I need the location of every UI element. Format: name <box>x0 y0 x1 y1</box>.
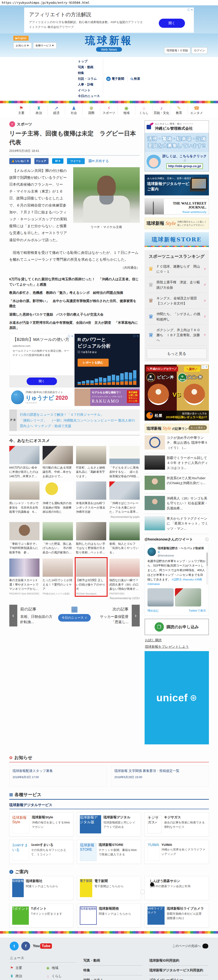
ad-rakuamo[interactable]: モデルをお得な価格で！ スマイルキャスティングサービス RAKUAMO 新店舗様… <box>74 388 140 406</box>
recommend-card[interactable]: 【猶予は3日間】正しい日焼け後ケアのやり方 PR(Glam Beautique) <box>76 558 106 595</box>
recommend-card[interactable]: 「子どもをダシに基地反対するな」 緑ヶ丘保育園父母会のFB投… <box>109 446 140 479</box>
today-news-button[interactable]: 今日のニュース ∨ <box>58 614 91 622</box>
nav-item[interactable]: トップ <box>75 59 103 64</box>
category-link[interactable]: ↗ 経済 <box>48 105 65 115</box>
facebook-like-button[interactable]: ☝ いいね！ 0 <box>9 158 31 164</box>
footer-category-link[interactable]: ◉地域 <box>46 964 76 972</box>
recommend-card[interactable]: 強烈な口臭が一瞬で？武田久美子（50）の口臭ない理由が簡単す… PR(FREPU… <box>109 558 140 595</box>
ranking-item[interactable]: ♛ 4 仲間たち、「シゲさん」の挑戦後押し ⚡ <box>147 309 207 325</box>
pr-link[interactable]: 行政の課題をニュースで解決！「４７行政ジャーナル」 <box>20 412 137 417</box>
wsj-banner[interactable]: THE WALL STREET JOURNAL. Read ambitiousl… <box>145 199 209 215</box>
trial-subscription-link[interactable]: お試し購読 <box>145 638 209 643</box>
subscribe-button[interactable]: ❐ 購読のお申し込み <box>145 619 209 635</box>
service-card[interactable]: YUIMA YUIMA 沖縄から世界を拓くクラウドファンディング <box>145 840 209 864</box>
mail-share-button[interactable]: ☰✉ 共有する <box>88 159 109 163</box>
footer-category-link[interactable]: ♜政治 <box>10 972 40 980</box>
category-link[interactable]: ✎ 教育 <box>170 105 188 115</box>
footer-link[interactable]: 写真・動画 <box>83 956 142 966</box>
recommend-card[interactable]: 米海兵隊員をはね軽ワンボックスカーが逃走 沖縄市古謝 <box>76 482 106 514</box>
recommend-card[interactable]: 640万円の支払い命令に米側が提示したのは146万円…米軍タク… <box>9 446 40 479</box>
facebook-share-button[interactable]: f シェア <box>35 158 49 164</box>
category-link[interactable]: ⌂ くらし <box>135 105 153 115</box>
view-on-twitter-link[interactable]: Twitterで表示 <box>189 609 206 613</box>
related-link[interactable]: 6万円を貸してくれた親切な男性は埼玉県の医師だった！ 「沖縄の人は正直者。信じて… <box>9 277 140 287</box>
nav-item[interactable]: 今日のニュース <box>75 93 103 99</box>
category-link[interactable]: ☎ エンタメ <box>188 105 205 115</box>
top-ad[interactable]: ⓘ ✕ アフィリエイトの方法解説 アフィリエイトのやり方を徹底解説。初心者の成果… <box>24 8 194 33</box>
ad-info-close-icon[interactable]: ⓘ ✕ <box>68 334 73 338</box>
related-link[interactable]: 退職した恩師をバスケで激励 バスケ部の教え子らが交流大会 <box>9 312 140 317</box>
prev-article-link[interactable]: 首相、日朝会談の方針転換... <box>21 614 54 625</box>
prev-arrow[interactable]: ‹ <box>9 605 17 627</box>
category-link[interactable]: ⊕ 国際 <box>83 105 100 115</box>
tweet-button[interactable]: ツイート <box>67 158 85 164</box>
obk-url[interactable]: http://obk-group.co.jp/ <box>166 163 203 169</box>
nav-item[interactable]: 写真・動画 <box>75 64 103 70</box>
ranking-item[interactable]: ♛ 3 キングス、金城茂之が退団【コメント全文付】 ⚡ <box>147 293 207 309</box>
footer-category-link[interactable]: ⌂くらし <box>46 972 76 980</box>
ranking-item[interactable]: ♛ 1 ＦＣ琉球、連勝ならず 岡山に０－１ ⚡ <box>147 261 207 277</box>
nav-epaper[interactable]: ▤電子新聞 <box>103 76 128 82</box>
article-photo[interactable] <box>73 167 140 223</box>
ranking-item[interactable]: ♛ 2 県陸上選手権 津波、走り幅跳び大会新 ⚡ <box>147 277 207 293</box>
ad-report-button[interactable]: レポートを読む <box>77 359 109 367</box>
service-card[interactable]: 1coinすまいる 1coinすまいる その気持ちをギフトにかえて、１コイン！ <box>9 840 73 864</box>
service-card[interactable]: 琉球新報STORE 琉球新報STORE チケットや新聞、書籍をWebで簡単に購入… <box>77 840 141 864</box>
service-card[interactable]: 琉球新報Style 琉球新報Style 沖縄の毎日を楽しくするWebマガジン <box>9 812 73 836</box>
footer-legal-link[interactable]: 琉球新報デジタルサービス利用規約 <box>149 966 209 975</box>
store-banner[interactable]: 琉球新報STORE <box>145 232 209 247</box>
style-ranking-item[interactable]: コクが決め手の中華ランチ、夜はお酒も 琉球中華Ｘ（イリ）（... <box>145 433 209 453</box>
recommend-card[interactable]: 首相、知人とゴルフ 「気持ち良くやっている」 <box>109 522 140 555</box>
footer-category-link[interactable]: ⚑主要 <box>10 964 40 972</box>
nav-item[interactable]: 人事・訃報 <box>75 82 103 88</box>
facebook-icon[interactable]: f <box>21 942 30 950</box>
style-ranking-item[interactable]: 沖縄美人（16）サンゴも美も守りたい！ 社会起業家・呉屋由希... <box>145 494 209 514</box>
related-link[interactable]: 教員の多忙さ、危機感 教師の「魅力」考えるシンポ 給特法の問題点指摘 <box>9 290 140 295</box>
ad-info-close-icon[interactable]: ⓘ ✕ <box>133 334 139 338</box>
recommend-card[interactable]: 沖縄でも運転免許の自主返納が増加 池袋事故以前の5倍に <box>43 482 73 514</box>
ranking-item[interactable]: ♛ 5 ボクシング、井上尚はＴＫＯ勝ち ＩＢＦ王座奪取、決勝へ ⚡ <box>147 325 207 346</box>
recommend-card[interactable]: 性行動の先にある現実 誕生死、中絶…幸せなお産ばかりで… <box>43 446 73 479</box>
pr-link[interactable]: 「挑戦シリーズ」 （一財）沖縄観光コンベンションビューロー 観光人材の質向上へ … <box>20 417 137 429</box>
tweet-photo[interactable] <box>175 588 201 606</box>
hatena-bookmark-button[interactable]: B! 0 <box>52 158 63 164</box>
guide-card[interactable]: しんぽう囲碁サロン 世界中の囲碁ファン会員と対局 <box>145 876 209 900</box>
top-ad-open-button[interactable]: 開く <box>159 19 185 28</box>
notice-item[interactable]: 琉球新報 文学関係 募集要項・投稿規定一覧 2018年5月29日 15:00 <box>111 765 209 787</box>
nav-item[interactable]: イベント <box>75 88 103 93</box>
notice-dropdown[interactable]: お知らせ▼ <box>13 42 32 49</box>
twitter-icon[interactable]: t <box>10 942 19 950</box>
english-button[interactable]: ▶English <box>13 36 28 41</box>
site-logo[interactable]: 琉球新報 Web News <box>63 33 156 52</box>
category-link[interactable]: ♜ 政治 <box>30 105 48 115</box>
category-link[interactable]: ♪ 芸能・文化 <box>153 105 170 115</box>
ad-ryunavi[interactable]: 沖縄の新卒向け就活総合サイト りゅうナビ 2020 ryunavi <box>9 388 74 406</box>
ad-matsuya[interactable]: ⓘ ✕ ＼平成のロングセラー／ ＼新作／ 豚 Pork 牛 Beef ビビン丼 … <box>145 364 209 421</box>
ad-info-close-icon[interactable]: ⓘ ✕ <box>187 8 193 12</box>
next-arrow[interactable]: › <box>132 605 140 627</box>
nav-item[interactable]: 特集 <box>75 70 103 76</box>
gift-subscription-link[interactable]: 琉球新報をプレゼントしよう <box>145 645 209 649</box>
top-ad-title[interactable]: アフィリエイトの方法解説 <box>29 11 189 18</box>
next-article-link[interactable]: サッカー森保監督「恩返し... <box>95 614 129 625</box>
recommend-card[interactable]: たった14日でシミが消える！？驚愕のシミケア PR(株式会社メビウス製薬) <box>43 558 73 595</box>
guide-card[interactable]: Tポイント Tポイント Tポイントが貯まります <box>9 904 73 928</box>
service-card[interactable]: キジサガス⌕ キジサガス 過去の記事を簡単に検索できる便利なサービス <box>145 812 209 836</box>
notice-item[interactable]: 琉球新報配達スタッフ募集 2018年8月3日 17:00 <box>9 765 107 787</box>
embed-link[interactable]: 埋め込む <box>147 609 159 613</box>
service-card[interactable]: 琉球新報デジタル版 琉球新報デジタル 琉球新報紙面と同じレイアウトで読める <box>77 812 141 836</box>
footer-legal-link[interactable]: 琉球新報ID利用規約 <box>149 956 209 966</box>
footer-link[interactable]: 社説・コラム <box>83 975 142 980</box>
unicef-banner[interactable]: unicef ⊛ <box>145 651 209 745</box>
ad-okinawa-building[interactable]: 人にやさしい環境・創り ────── 沖縄ビル管理株式会社 清掃・警備・駐車場・… <box>145 120 209 172</box>
category-link[interactable]: ◉ 地域 <box>118 105 135 115</box>
recommend-card[interactable]: 春の主役級スカート3選！華やぎスカートでマンネリコーデから… PR(SANYO … <box>9 558 40 595</box>
guide-card[interactable]: LIVEライブカメラ 琉球新報社ライブカメラ 那覇市泉崎の本社ビル設置 国際通り… <box>145 904 209 928</box>
recommend-card[interactable]: 「作った野菜、孫にあげられない」 市の特産品への風評被害の… <box>43 522 73 555</box>
login-button[interactable]: ログイン <box>192 47 207 54</box>
id-register-button[interactable]: 琉球新報ＩＤ登録 <box>164 47 190 54</box>
ad-tableau[interactable]: ⓘ ✕ R のパワーと ビジュアル分析 tableau レポートを読む <box>74 334 140 388</box>
category-link[interactable]: ♟ 社会 <box>65 105 83 115</box>
nav-search[interactable]: 検索 <box>128 76 143 82</box>
style-more-button[interactable]: もっと見る » <box>189 425 207 430</box>
